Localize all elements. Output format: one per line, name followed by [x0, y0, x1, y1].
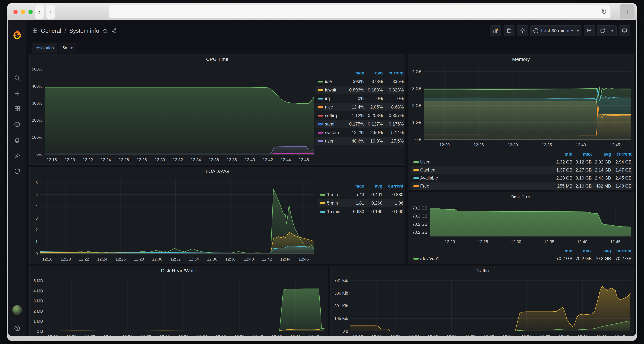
- refresh-interval-dropdown[interactable]: ▾: [608, 25, 616, 36]
- address-bar[interactable]: ↻: [109, 5, 611, 18]
- explore-compass-icon[interactable]: [14, 121, 21, 128]
- alerting-bell-icon[interactable]: [14, 136, 21, 144]
- series-swatch: [318, 106, 323, 108]
- series-label[interactable]: irq: [325, 96, 344, 101]
- cycle-view-mode-button[interactable]: [619, 25, 630, 36]
- legend-row: system12.7%2.90%5.14%: [316, 128, 404, 137]
- breadcrumb-separator: /: [64, 28, 66, 34]
- legend-row: irq0%0%0%: [316, 94, 404, 103]
- series-swatch: [413, 161, 419, 163]
- series-label[interactable]: softirq: [325, 113, 344, 118]
- svg-text:12:46: 12:46: [299, 157, 309, 162]
- breadcrumb-dashboard[interactable]: System info: [69, 28, 99, 34]
- series-swatch: [318, 98, 323, 99]
- svg-text:70.2 GB: 70.2 GB: [412, 214, 427, 218]
- svg-text:2 MB: 2 MB: [34, 309, 43, 313]
- loadavg-chart[interactable]: 012345612:1812:2012:2212:2412:2612:2812:…: [30, 176, 317, 264]
- chevron-down-icon: ▾: [577, 29, 579, 33]
- configuration-gear-icon[interactable]: [14, 152, 21, 159]
- series-label[interactable]: user: [325, 139, 344, 144]
- legend-row: iowait0.893%0.183%0.323%: [316, 86, 404, 94]
- breadcrumb-folder[interactable]: General: [41, 28, 61, 34]
- help-icon[interactable]: [14, 325, 21, 332]
- svg-text:12:40: 12:40: [253, 334, 263, 336]
- search-icon[interactable]: [14, 74, 21, 82]
- svg-text:12:45: 12:45: [610, 142, 620, 147]
- dashboards-icon[interactable]: [14, 105, 21, 112]
- svg-text:12:34: 12:34: [189, 257, 199, 261]
- dashboard-settings-button[interactable]: [517, 25, 528, 36]
- share-dashboard-icon[interactable]: [111, 28, 117, 34]
- fullscreen-window-button[interactable]: [28, 10, 33, 14]
- series-swatch: [318, 140, 323, 142]
- series-label[interactable]: Used: [420, 159, 553, 165]
- cpu-time-chart[interactable]: 0%100%200%300%400%500%12:1812:2012:2212:…: [30, 64, 317, 164]
- legend-row: Available2.28 GB3.10 GB2.43 GB2.45 GB: [411, 174, 632, 182]
- legend-row: user48.6%10.9%27.5%: [316, 137, 404, 145]
- series-label[interactable]: iowait: [325, 88, 344, 93]
- panel-memory: Memory 0 B1 GB2 GB3 GB4 GB12:2012:2512:3…: [408, 55, 634, 190]
- svg-text:12:18: 12:18: [47, 157, 57, 162]
- svg-text:12:44: 12:44: [280, 257, 290, 261]
- server-admin-shield-icon[interactable]: [14, 167, 21, 175]
- panel-title[interactable]: LOADAVG: [30, 167, 405, 176]
- panel-cpu-time: CPU Time 0%100%200%300%400%500%12:1812:2…: [30, 55, 405, 165]
- panel-title[interactable]: Memory: [408, 55, 634, 64]
- dashboard-navbar: General / System info: [26, 20, 636, 41]
- svg-text:4 MB: 4 MB: [34, 289, 43, 293]
- panel-title[interactable]: CPU Time: [30, 55, 405, 64]
- panel-title[interactable]: Disk Free: [408, 192, 634, 201]
- time-range-picker[interactable]: Last 30 minutes ▾: [530, 25, 581, 36]
- svg-text:12:25: 12:25: [474, 142, 484, 147]
- series-label[interactable]: Available: [420, 176, 553, 181]
- svg-text:12:44: 12:44: [281, 157, 291, 162]
- browser-back-button[interactable]: ‹: [35, 5, 44, 19]
- series-label[interactable]: 15 min: [327, 209, 345, 214]
- svg-text:12:38: 12:38: [227, 157, 237, 162]
- refresh-dashboard-button[interactable]: [597, 25, 608, 36]
- panel-title[interactable]: Traffic: [330, 266, 634, 275]
- series-label[interactable]: 1 min: [327, 192, 345, 197]
- svg-text:70.2 GB: 70.2 GB: [412, 206, 427, 210]
- svg-text:0%: 0%: [36, 152, 42, 157]
- minimize-window-button[interactable]: [21, 10, 25, 14]
- close-window-button[interactable]: [14, 10, 18, 14]
- variable-resolution-value[interactable]: 5m ▾: [59, 43, 76, 53]
- legend-row: nice12.4%2.05%8.68%: [316, 103, 404, 111]
- series-label[interactable]: idle: [325, 79, 344, 84]
- traffic-chart[interactable]: 0 b195 Kib391 Kib586 Kib781 Kib12:1812:2…: [330, 275, 634, 336]
- create-plus-icon[interactable]: [14, 90, 21, 97]
- browser-forward-button[interactable]: ›: [46, 5, 55, 19]
- svg-text:12:42: 12:42: [578, 334, 588, 336]
- series-label[interactable]: nice: [325, 105, 344, 110]
- svg-text:12:26: 12:26: [119, 157, 129, 162]
- series-label[interactable]: Free: [420, 184, 553, 189]
- svg-text:12:20: 12:20: [65, 157, 75, 162]
- svg-text:12:40: 12:40: [576, 142, 586, 147]
- zoom-out-time-button[interactable]: [584, 25, 595, 36]
- series-label[interactable]: 5 min: [327, 201, 345, 206]
- series-label[interactable]: Cached: [420, 167, 553, 173]
- app-viewport: General / System info: [8, 20, 636, 336]
- disk-read-write-chart[interactable]: 0 B1 MB2 MB3 MB4 MB5 MB12:1812:2012:2212…: [30, 275, 328, 336]
- series-label[interactable]: system: [325, 130, 344, 135]
- dashboard-variables-bar: resolution 5m ▾: [26, 41, 636, 55]
- user-avatar[interactable]: [12, 305, 22, 315]
- star-dashboard-icon[interactable]: [102, 28, 108, 34]
- disk-free-chart[interactable]: 70.2 GB70.2 GB70.2 GB70.2 GB12:2012:2512…: [408, 201, 634, 246]
- new-tab-button[interactable]: +: [620, 5, 634, 19]
- grafana-logo[interactable]: [12, 30, 22, 39]
- svg-text:12:24: 12:24: [104, 334, 114, 336]
- series-label[interactable]: steal: [325, 122, 344, 127]
- add-panel-button[interactable]: [490, 25, 501, 36]
- legend-row: softirq1.12%0.258%0.857%: [316, 111, 404, 120]
- page-reload-icon[interactable]: ↻: [601, 8, 607, 16]
- svg-text:12:18: 12:18: [42, 257, 52, 261]
- svg-text:586 Kib: 586 Kib: [334, 291, 348, 295]
- legend-row: 15 min0.6800.1900.590: [318, 207, 403, 216]
- memory-chart[interactable]: 0 B1 GB2 GB3 GB4 GB12:2012:2512:3012:351…: [408, 64, 634, 149]
- legend-row: 1 min5.430.4010.380: [318, 190, 403, 199]
- panel-title[interactable]: Disk Read/Write: [30, 266, 328, 275]
- save-dashboard-button[interactable]: [504, 25, 514, 36]
- series-label[interactable]: /dev/vda1: [420, 256, 553, 261]
